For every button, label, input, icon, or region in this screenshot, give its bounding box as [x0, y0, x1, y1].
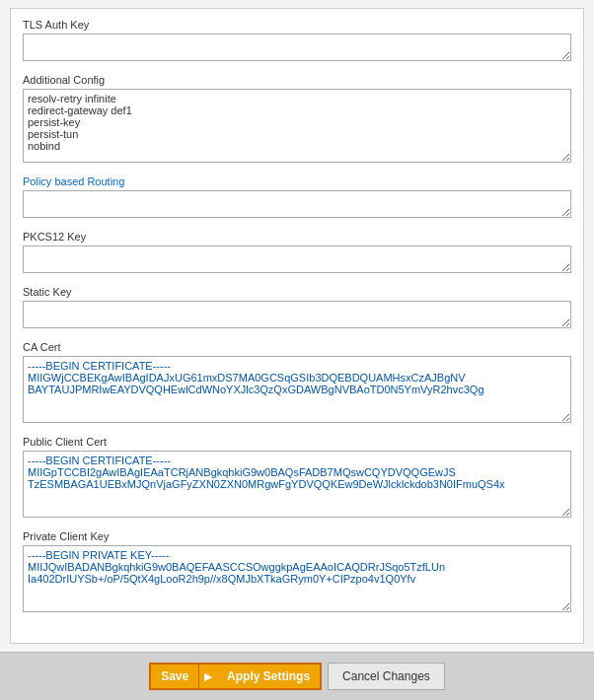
policy-routing-input[interactable] [23, 190, 571, 218]
static-key-input[interactable] [23, 301, 571, 328]
footer-bar: Save ► Apply Settings Cancel Changes [0, 652, 594, 700]
ca-cert-group: CA Cert [23, 341, 571, 426]
ca-cert-label: CA Cert [23, 341, 571, 353]
additional-config-input[interactable] [23, 89, 571, 163]
public-client-cert-group: Public Client Cert [23, 436, 571, 521]
tls-auth-key-label: TLS Auth Key [23, 19, 571, 31]
cancel-changes-button[interactable]: Cancel Changes [328, 663, 445, 690]
pkcs12-key-group: PKCS12 Key [23, 231, 571, 276]
main-container: TLS Auth Key Additional Config Policy ba… [0, 0, 594, 700]
ca-cert-input[interactable] [23, 356, 571, 423]
policy-routing-label: Policy based Routing [23, 175, 571, 187]
content-area: TLS Auth Key Additional Config Policy ba… [10, 8, 584, 644]
save-button[interactable]: Save [151, 665, 199, 688]
private-client-key-label: Private Client Key [23, 530, 571, 542]
static-key-group: Static Key [23, 286, 571, 331]
private-client-key-group: Private Client Key [23, 530, 571, 615]
arrow-icon: ► [199, 668, 217, 684]
additional-config-group: Additional Config [23, 74, 571, 166]
static-key-label: Static Key [23, 286, 571, 298]
tls-auth-key-input[interactable] [23, 34, 571, 61]
additional-config-label: Additional Config [23, 74, 571, 86]
apply-settings-button[interactable]: Apply Settings [217, 665, 320, 688]
public-client-cert-input[interactable] [23, 451, 571, 518]
public-client-cert-label: Public Client Cert [23, 436, 571, 448]
tls-auth-key-group: TLS Auth Key [23, 19, 571, 64]
pkcs12-key-label: PKCS12 Key [23, 231, 571, 243]
policy-routing-group: Policy based Routing [23, 175, 571, 221]
pkcs12-key-input[interactable] [23, 245, 571, 273]
private-client-key-input[interactable] [23, 545, 571, 612]
save-apply-group: Save ► Apply Settings [149, 663, 322, 690]
